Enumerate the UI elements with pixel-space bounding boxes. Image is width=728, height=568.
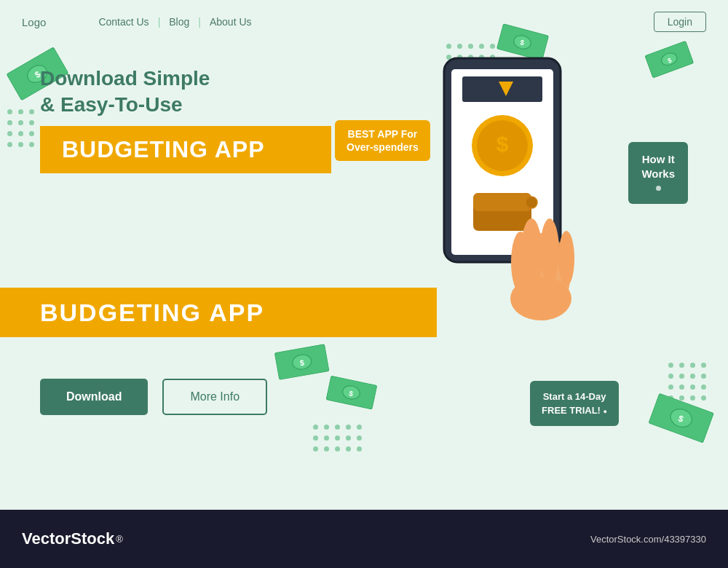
free-trial-text: Start a 14-DayFREE TRIAL! ● bbox=[542, 391, 607, 416]
dots-grid-3 bbox=[7, 109, 34, 147]
svg-point-12 bbox=[540, 218, 559, 284]
logo: Logo bbox=[22, 16, 46, 28]
hero-subtitle: Download Simple & Easy-To-Use bbox=[40, 66, 295, 119]
svg-rect-2 bbox=[462, 76, 542, 102]
footer-logo-text: VectorStock bbox=[22, 529, 114, 548]
svg-point-9 bbox=[526, 197, 537, 208]
about-us-link[interactable]: About Us bbox=[201, 16, 261, 28]
cta-buttons: Download More Info bbox=[40, 379, 267, 415]
footer-logo-area: VectorStock ® bbox=[22, 529, 123, 548]
best-app-badge: BEST APP ForOver-spenders bbox=[335, 120, 430, 161]
more-info-button[interactable]: More Info bbox=[162, 379, 267, 415]
nav-links: Contact Us | Blog | About Us bbox=[90, 16, 260, 28]
navbar: Logo Contact Us | Blog | About Us Login bbox=[0, 0, 728, 44]
how-it-works-dot bbox=[656, 186, 661, 191]
banner-strip: BUDGETING APP bbox=[0, 288, 437, 337]
hero-banner-text: BUDGETING APP bbox=[62, 136, 265, 162]
login-button[interactable]: Login bbox=[654, 12, 706, 32]
phone-illustration: $ bbox=[408, 44, 582, 335]
money-bill-5: $ bbox=[647, 393, 714, 446]
footer-trademark: ® bbox=[116, 534, 123, 545]
how-it-works-text: How ItWorks bbox=[641, 153, 675, 180]
svg-text:$: $ bbox=[496, 132, 509, 156]
how-it-works-badge[interactable]: How ItWorks bbox=[628, 142, 688, 204]
dots-grid-2 bbox=[313, 425, 362, 451]
best-app-badge-text: BEST APP ForOver-spenders bbox=[347, 128, 419, 153]
svg-point-13 bbox=[558, 231, 574, 286]
svg-rect-8 bbox=[473, 193, 531, 211]
free-trial-badge[interactable]: Start a 14-DayFREE TRIAL! ● bbox=[530, 381, 619, 426]
blog-link[interactable]: Blog bbox=[160, 16, 198, 28]
hero-banner: BUDGETING APP bbox=[40, 126, 331, 173]
main-section: Logo Contact Us | Blog | About Us Login … bbox=[0, 0, 728, 510]
money-bill-4: $ bbox=[325, 376, 377, 413]
contact-us-link[interactable]: Contact Us bbox=[90, 16, 157, 28]
dots-grid-4 bbox=[668, 363, 706, 401]
footer-url: VectorStock.com/43397330 bbox=[590, 534, 706, 545]
banner-strip-text: BUDGETING APP bbox=[40, 299, 264, 327]
hero-content: Download Simple & Easy-To-Use BUDGETING … bbox=[40, 66, 331, 173]
footer: VectorStock ® VectorStock.com/43397330 bbox=[0, 510, 728, 568]
money-bill-3: $ bbox=[274, 344, 330, 383]
svg-point-15 bbox=[510, 277, 571, 320]
download-button[interactable]: Download bbox=[40, 379, 148, 415]
money-bill-6: $ bbox=[644, 41, 695, 81]
